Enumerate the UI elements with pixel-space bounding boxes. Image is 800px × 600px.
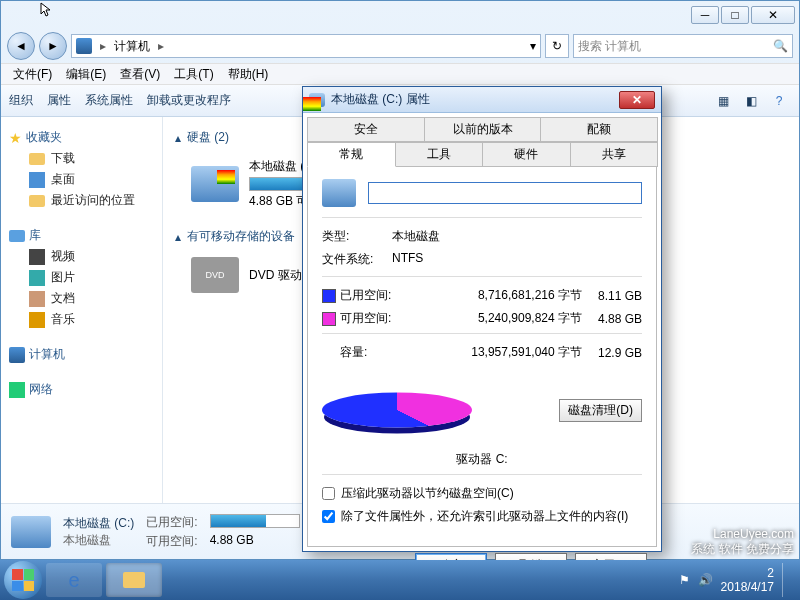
start-button[interactable]	[4, 561, 42, 599]
tab-general[interactable]: 常规	[307, 142, 396, 167]
menu-tools[interactable]: 工具(T)	[168, 64, 219, 85]
back-button[interactable]: ◄	[7, 32, 35, 60]
properties-dialog: 本地磁盘 (C:) 属性 ✕ 安全 以前的版本 配额 常规 工具 硬件 共享	[302, 86, 662, 552]
breadcrumb-computer[interactable]: 计算机	[114, 38, 150, 55]
help-button[interactable]: ?	[767, 89, 791, 113]
sidebar-item-documents[interactable]: 文档	[9, 288, 154, 309]
tab-tools[interactable]: 工具	[395, 142, 484, 167]
sidebar-item-music[interactable]: 音乐	[9, 309, 154, 330]
star-icon: ★	[9, 130, 22, 146]
tray-time[interactable]: 2	[721, 566, 774, 580]
tab-sharing[interactable]: 共享	[570, 142, 659, 167]
music-icon	[29, 312, 45, 328]
sidebar-item-downloads[interactable]: 下载	[9, 148, 154, 169]
free-label: 可用空间:	[340, 310, 410, 327]
pie-label: 驱动器 C:	[322, 451, 642, 468]
tab-previous-versions[interactable]: 以前的版本	[424, 117, 542, 142]
details-subtitle: 本地磁盘	[63, 532, 134, 549]
compress-checkbox[interactable]	[322, 487, 335, 500]
breadcrumb-arrow[interactable]: ▸	[96, 39, 110, 53]
computer-icon	[9, 347, 25, 363]
index-label: 除了文件属性外，还允许索引此驱动器上文件的内容(I)	[341, 508, 628, 525]
type-label: 类型:	[322, 228, 392, 245]
refresh-button[interactable]: ↻	[545, 34, 569, 58]
tab-panel-general: 类型: 本地磁盘 文件系统: NTFS 已用空间: 8,716,681,216 …	[307, 167, 657, 547]
details-free-value: 4.88 GB	[210, 533, 300, 550]
sidebar-item-computer[interactable]: 计算机	[9, 344, 154, 365]
disk-cleanup-button[interactable]: 磁盘清理(D)	[559, 399, 642, 422]
dialog-close-button[interactable]: ✕	[619, 91, 655, 109]
libraries-header[interactable]: 库	[9, 225, 154, 246]
system-properties-button[interactable]: 系统属性	[85, 92, 133, 109]
index-checkbox[interactable]	[322, 510, 335, 523]
pie-chart	[322, 393, 472, 428]
document-icon	[29, 291, 45, 307]
folder-icon	[123, 572, 145, 588]
usage-bar	[210, 514, 300, 528]
dialog-title: 本地磁盘 (C:) 属性	[331, 91, 613, 108]
details-free-label: 可用空间:	[146, 533, 197, 550]
properties-button[interactable]: 属性	[47, 92, 71, 109]
uninstall-button[interactable]: 卸载或更改程序	[147, 92, 231, 109]
video-icon	[29, 249, 45, 265]
dvd-icon: DVD	[191, 257, 239, 293]
computer-icon	[76, 38, 92, 54]
tab-quota[interactable]: 配额	[540, 117, 658, 142]
organize-button[interactable]: 组织	[9, 92, 33, 109]
menu-file[interactable]: 文件(F)	[7, 64, 58, 85]
used-label: 已用空间:	[340, 287, 410, 304]
folder-icon	[29, 153, 45, 165]
type-value: 本地磁盘	[392, 228, 642, 245]
close-button[interactable]: ✕	[751, 6, 795, 24]
taskbar: e ⚑ 🔊 2 2018/4/17	[0, 560, 800, 600]
search-placeholder: 搜索 计算机	[578, 38, 641, 55]
capacity-label: 容量:	[340, 344, 410, 361]
sidebar-item-videos[interactable]: 视频	[9, 246, 154, 267]
dvd-drive[interactable]: DVD DVD 驱动器	[191, 257, 314, 293]
tray-date[interactable]: 2018/4/17	[721, 580, 774, 594]
filesystem-value: NTFS	[392, 251, 642, 268]
menu-edit[interactable]: 编辑(E)	[60, 64, 112, 85]
tab-security[interactable]: 安全	[307, 117, 425, 142]
tray-flag-icon[interactable]: ⚑	[679, 573, 690, 587]
disk-icon	[322, 179, 356, 207]
capacity-gb: 12.9 GB	[582, 346, 642, 360]
favorites-header[interactable]: ★收藏夹	[9, 127, 154, 148]
search-input[interactable]: 搜索 计算机 🔍	[573, 34, 793, 58]
address-bar[interactable]: ▸ 计算机 ▸ ▾	[71, 34, 541, 58]
tab-hardware[interactable]: 硬件	[482, 142, 571, 167]
sidebar-item-pictures[interactable]: 图片	[9, 267, 154, 288]
menu-help[interactable]: 帮助(H)	[222, 64, 275, 85]
forward-button[interactable]: ►	[39, 32, 67, 60]
watermark: LaneUyee.com 系统 软件 免费分享	[691, 527, 794, 558]
preview-pane-button[interactable]: ◧	[739, 89, 763, 113]
free-swatch	[322, 312, 336, 326]
taskbar-explorer[interactable]	[106, 563, 162, 597]
search-icon: 🔍	[773, 39, 788, 53]
free-bytes: 5,240,909,824 字节	[410, 310, 582, 327]
dialog-title-bar[interactable]: 本地磁盘 (C:) 属性 ✕	[303, 87, 661, 113]
details-used-label: 已用空间:	[146, 514, 197, 531]
volume-label-input[interactable]	[368, 182, 642, 204]
title-bar: ─ □ ✕	[1, 1, 799, 29]
system-tray: ⚑ 🔊 2 2018/4/17	[679, 563, 796, 597]
view-mode-button[interactable]: ▦	[711, 89, 735, 113]
network-icon	[9, 382, 25, 398]
menu-bar: 文件(F) 编辑(E) 查看(V) 工具(T) 帮助(H)	[1, 63, 799, 85]
maximize-button[interactable]: □	[721, 6, 749, 24]
taskbar-ie[interactable]: e	[46, 563, 102, 597]
sidebar-item-network[interactable]: 网络	[9, 379, 154, 400]
minimize-button[interactable]: ─	[691, 6, 719, 24]
free-gb: 4.88 GB	[582, 312, 642, 326]
folder-icon	[29, 195, 45, 207]
menu-view[interactable]: 查看(V)	[114, 64, 166, 85]
used-bytes: 8,716,681,216 字节	[410, 287, 582, 304]
used-swatch	[322, 289, 336, 303]
show-desktop-button[interactable]	[782, 563, 790, 597]
tray-volume-icon[interactable]: 🔊	[698, 573, 713, 587]
sidebar-item-recent[interactable]: 最近访问的位置	[9, 190, 154, 211]
sidebar-item-desktop[interactable]: 桌面	[9, 169, 154, 190]
navigation-pane: ★收藏夹 下载 桌面 最近访问的位置 库 视频 图片 文档 音乐 计算机 网络	[1, 117, 163, 503]
used-gb: 8.11 GB	[582, 289, 642, 303]
breadcrumb-arrow[interactable]: ▸	[154, 39, 168, 53]
